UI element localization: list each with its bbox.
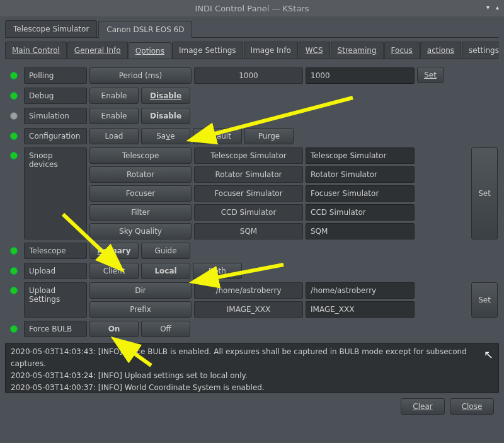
row-telescope: Telescope Primary Guide [6,242,498,260]
snoop-name: Filter [89,204,192,221]
debug-label: Debug [24,88,87,104]
tab-streaming[interactable]: Streaming [331,42,384,59]
upset-input[interactable]: /home/astroberry [306,282,415,299]
snoop-name: Sky Quality [89,223,192,239]
telescope-label: Telescope [24,243,87,259]
snoop-input[interactable]: CCD Simulator [306,204,415,221]
dialog-footer: Clear Close [5,393,499,420]
config-save-button[interactable]: Save [141,128,190,144]
snoop-ro: CCD Simulator [194,204,303,221]
upset-name: Prefix [89,301,192,318]
telescope-guide-button[interactable]: Guide [141,243,190,259]
status-dot [10,112,18,120]
tab-telescope-simulator[interactable]: Telescope Simulator [5,20,97,37]
simulation-label: Simulation [24,108,87,124]
tab-image-info[interactable]: Image Info [244,42,298,59]
upload-client-button[interactable]: Client [89,263,139,279]
snoop-input[interactable]: Focuser Simulator [306,185,415,202]
status-dot [10,287,18,294]
tab-image-settings[interactable]: Image Settings [172,42,243,59]
upset-input[interactable]: IMAGE_XXX [306,301,415,318]
upset-ro: IMAGE_XXX [194,301,303,318]
titlebar: INDI Control Panel — KStars ▾ ▴ [0,0,504,16]
debug-disable-button[interactable]: Disable [141,88,190,104]
config-purge-button[interactable]: Purge [244,128,294,144]
row-snoop: Snoop devices TelescopeTelescope Simulat… [6,147,498,239]
row-configuration: Configuration Load Save Default Purge [6,127,498,145]
snoop-ro: SQM [194,223,303,239]
tab-main-control[interactable]: Main Control [5,42,67,59]
close-button[interactable]: Close [450,398,494,415]
log-panel[interactable]: 2020-05-03T14:03:43: [INFO] Force BULB i… [5,343,499,393]
tab-settings[interactable]: settings [462,42,499,59]
snoop-rows: TelescopeTelescope SimulatorTelescope Si… [89,147,469,239]
snoop-label: Snoop devices [24,147,87,239]
forcebulb-off-button[interactable]: Off [141,321,190,337]
tab-wcs[interactable]: WCS [299,42,330,59]
configuration-label: Configuration [24,128,87,144]
snoop-input[interactable]: Telescope Simulator [306,147,415,164]
upload-settings-set-button[interactable]: Set [471,282,498,318]
tab-canon-dslr[interactable]: Canon DSLR EOS 6D [98,21,192,38]
config-load-button[interactable]: Load [89,128,139,144]
device-tabs: Telescope Simulator Canon DSLR EOS 6D [5,20,499,38]
status-dot [10,247,18,255]
polling-ro: 1000 [194,67,303,84]
sub-tabs: Main Control General Info Options Image … [5,42,499,59]
tab-options[interactable]: Options [129,42,171,59]
upload-settings-label: Upload Settings [24,282,87,318]
maximize-icon[interactable]: ▴ [496,4,499,11]
status-dot [10,132,18,140]
snoop-name: Focuser [89,185,192,202]
upset-name: Dir [89,282,192,299]
forcebulb-on-button[interactable]: On [89,321,139,337]
telescope-primary-button[interactable]: Primary [89,243,139,259]
polling-set-button[interactable]: Set [417,67,444,83]
tab-general-info[interactable]: General Info [67,42,128,59]
upload-both-button[interactable]: Both [193,263,242,279]
status-dot [10,72,18,79]
upset-ro: /home/astroberry [194,282,303,299]
minimize-icon[interactable]: ▾ [486,4,490,11]
clear-button[interactable]: Clear [401,398,445,415]
row-simulation: Simulation Enable Disable [6,107,498,125]
upload-label: Upload [24,263,87,279]
snoop-ro: Rotator Simulator [194,166,303,183]
tab-focus[interactable]: Focus [384,42,420,59]
status-dot [10,267,18,275]
row-force-bulb: Force BULB On Off [6,320,498,338]
status-dot [10,152,18,159]
row-upload-settings: Upload Settings Dir/home/astroberry/home… [6,282,498,318]
row-polling: Polling Period (ms) 1000 1000 Set [6,67,498,84]
row-upload: Upload Client Local Both [6,262,498,280]
polling-input[interactable]: 1000 [306,67,415,84]
debug-enable-button[interactable]: Enable [89,88,139,104]
snoop-set-button[interactable]: Set [471,147,498,239]
simulation-disable-button[interactable]: Disable [141,108,190,124]
log-line: 2020-05-03T14:00:37: [INFO] World Coordi… [11,382,493,393]
polling-label: Polling [24,67,87,84]
snoop-name: Rotator [89,166,192,183]
snoop-ro: Telescope Simulator [194,147,303,164]
status-dot [10,325,18,333]
polling-period-label: Period (ms) [89,67,192,84]
row-debug: Debug Enable Disable [6,87,498,105]
status-dot [10,92,18,100]
window-title: INDI Control Panel — KStars [195,4,309,13]
snoop-input[interactable]: Rotator Simulator [306,166,415,183]
log-line: 2020-05-03T14:03:43: [INFO] Force BULB i… [11,346,493,370]
snoop-input[interactable]: SQM [306,223,415,239]
tab-actions[interactable]: actions [420,42,461,59]
upload-local-button[interactable]: Local [141,263,190,279]
snoop-name: Telescope [89,147,192,164]
snoop-ro: Focuser Simulator [194,185,303,202]
log-line: 2020-05-03T14:03:24: [INFO] Upload setti… [11,370,493,382]
config-default-button[interactable]: Default [193,128,242,144]
forcebulb-label: Force BULB [24,321,87,337]
simulation-enable-button[interactable]: Enable [89,108,139,124]
